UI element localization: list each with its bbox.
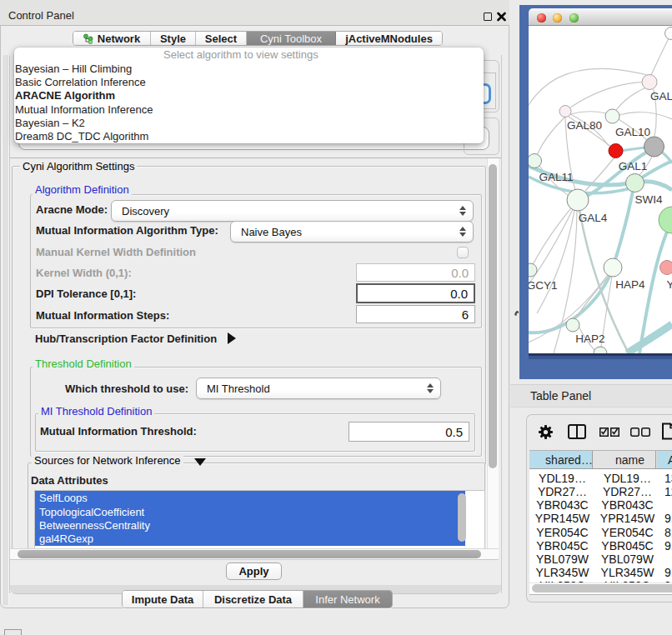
svg-text:SWI4: SWI4 [634, 193, 662, 206]
svg-text:GAL4: GAL4 [579, 212, 608, 224]
svg-text:GAL80: GAL80 [567, 119, 602, 132]
svg-text:GAL10: GAL10 [615, 126, 650, 138]
svg-text:GAL1: GAL1 [619, 160, 648, 172]
svg-text:HAP4: HAP4 [615, 278, 645, 291]
svg-text:GAL7: GAL7 [650, 90, 672, 102]
svg-text:HAP2: HAP2 [575, 332, 604, 345]
svg-text:GAL11: GAL11 [539, 171, 573, 183]
svg-text:GCY1: GCY1 [529, 279, 557, 292]
svg-text:Y: Y [666, 278, 672, 291]
